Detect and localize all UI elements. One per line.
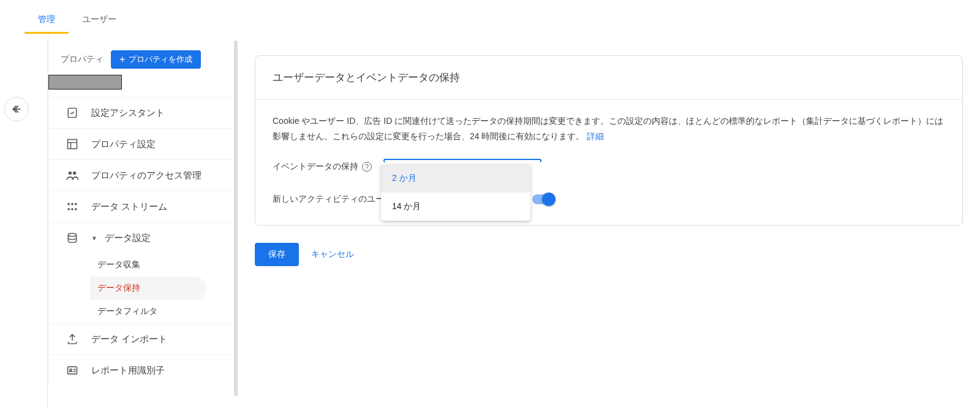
property-name-redacted <box>48 75 122 90</box>
id-card-icon <box>66 364 79 377</box>
sidebar-item-report-identifiers[interactable]: レポート用識別子 <box>48 354 238 386</box>
retention-dropdown: 2 か月 14 か月 <box>381 164 530 221</box>
svg-rect-5 <box>71 203 73 205</box>
retention-card: ユーザーデータとイベントデータの保持 Cookie やユーザー ID、広告 ID… <box>255 55 963 226</box>
retention-select-outline <box>383 159 541 162</box>
caret-down-icon: ▼ <box>91 235 97 242</box>
sidebar-item-label: 設定アシスタント <box>91 107 228 119</box>
svg-point-12 <box>70 369 72 371</box>
sidebar-item-label: データ インポート <box>91 334 228 345</box>
svg-point-10 <box>68 234 76 237</box>
svg-rect-8 <box>71 208 73 210</box>
sidebar-item-label: データ ストリーム <box>91 201 228 213</box>
svg-rect-9 <box>75 208 77 210</box>
event-retention-label: イベントデータの保持 <box>273 161 358 172</box>
data-settings-subitems: データ収集 データ保持 データフィルタ <box>48 253 238 323</box>
sidebar-item-label: プロパティのアクセス管理 <box>91 170 228 182</box>
checklist-icon <box>66 106 79 120</box>
svg-rect-4 <box>68 203 70 205</box>
sidebar-item-label: レポート用識別子 <box>91 365 228 377</box>
plus-icon: + <box>119 55 125 64</box>
back-button[interactable] <box>4 97 29 121</box>
layout-icon <box>66 137 79 151</box>
sub-item-data-collection[interactable]: データ収集 <box>97 253 238 277</box>
card-title: ユーザーデータとイベントデータの保持 <box>255 56 962 100</box>
tab-admin[interactable]: 管理 <box>24 6 69 32</box>
stream-icon <box>66 200 79 213</box>
svg-rect-1 <box>68 140 77 149</box>
description-text: Cookie やユーザー ID、広告 ID に関連付けて送ったデータの保持期間は… <box>273 116 943 141</box>
svg-rect-11 <box>68 367 77 374</box>
sidebar: プロパティ + プロパティを作成 設定アシスタント プロパティ設定 <box>48 34 238 386</box>
svg-point-2 <box>69 172 72 175</box>
sidebar-item-data-import[interactable]: データ インポート <box>48 323 238 354</box>
sub-item-data-filter[interactable]: データフィルタ <box>97 300 238 323</box>
dropdown-option-14m[interactable]: 14 か月 <box>381 193 530 221</box>
reset-user-label: 新しいアクティビティのユー <box>273 194 384 205</box>
main-content: ユーザーデータとイベントデータの保持 Cookie やユーザー ID、広告 ID… <box>238 34 980 386</box>
people-icon <box>66 169 79 182</box>
create-property-label: プロパティを作成 <box>129 54 192 65</box>
help-icon[interactable]: ? <box>362 162 372 172</box>
create-property-button[interactable]: + プロパティを作成 <box>111 50 201 69</box>
svg-point-3 <box>73 172 77 175</box>
toggle-thumb <box>542 193 556 206</box>
sidebar-item-data-settings[interactable]: ▼ データ設定 <box>48 222 238 253</box>
upload-icon <box>66 332 79 346</box>
action-buttons: 保存 キャンセル <box>255 243 963 266</box>
svg-rect-6 <box>75 203 77 205</box>
property-label: プロパティ <box>61 54 104 65</box>
sidebar-item-access-management[interactable]: プロパティのアクセス管理 <box>48 159 238 191</box>
sidebar-item-property-settings[interactable]: プロパティ設定 <box>48 128 238 159</box>
cancel-button[interactable]: キャンセル <box>311 249 354 260</box>
sidebar-item-label: プロパティ設定 <box>91 139 228 150</box>
card-description: Cookie やユーザー ID、広告 ID に関連付けて送ったデータの保持期間は… <box>273 113 945 144</box>
reset-user-toggle[interactable] <box>532 193 554 205</box>
left-rail <box>0 34 33 386</box>
save-button[interactable]: 保存 <box>255 243 299 266</box>
tab-user[interactable]: ユーザー <box>69 6 130 32</box>
details-link[interactable]: 詳細 <box>587 131 604 141</box>
sidebar-item-data-streams[interactable]: データ ストリーム <box>48 191 238 222</box>
svg-rect-7 <box>68 208 70 210</box>
arrow-left-icon <box>10 103 23 115</box>
top-tab-bar: 管理 ユーザー <box>0 4 980 33</box>
database-icon <box>66 231 79 245</box>
sidebar-item-setup-assistant[interactable]: 設定アシスタント <box>48 97 238 128</box>
sidebar-item-label: データ設定 <box>105 232 228 244</box>
sidebar-scrollbar[interactable] <box>234 40 238 396</box>
dropdown-option-2m[interactable]: 2 か月 <box>381 164 530 193</box>
event-retention-row: イベントデータの保持 ? <box>273 161 945 172</box>
sub-item-data-retention[interactable]: データ保持 <box>90 277 206 300</box>
